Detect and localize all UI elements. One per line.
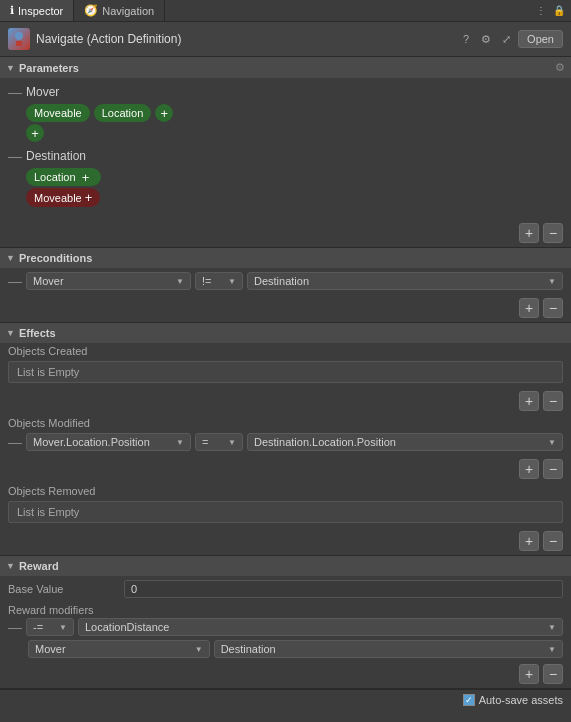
tab-bar: ℹ Inspector 🧭 Navigation ⋮ 🔒 <box>0 0 571 22</box>
preconditions-remove-button[interactable]: − <box>543 298 563 318</box>
reward-section-header[interactable]: ▼ Reward <box>0 556 571 576</box>
base-value-input[interactable] <box>124 580 563 598</box>
parameters-body: — Mover Moveable Location + + — Destinat… <box>0 78 571 219</box>
parameters-gear-icon[interactable]: ⚙ <box>555 61 565 74</box>
mover-group: — Mover Moveable Location + + <box>8 84 563 142</box>
preconditions-section: ▼ Preconditions — Mover ▼ != ▼ Destinati… <box>0 248 571 323</box>
precond-left-arrow: ▼ <box>176 277 184 286</box>
reward-mod-fn-dropdown[interactable]: LocationDistance ▼ <box>78 618 563 636</box>
destination-tags-2: Moveable + <box>26 188 563 207</box>
mover-dash: — <box>8 84 22 100</box>
tab-navigation[interactable]: 🧭 Navigation <box>74 0 165 21</box>
auto-save-wrap: ✓ Auto-save assets <box>463 694 563 706</box>
objects-removed-remove-button[interactable]: − <box>543 531 563 551</box>
objects-modified-remove-button[interactable]: − <box>543 459 563 479</box>
reward-mod-right-dropdown[interactable]: Destination ▼ <box>214 640 563 658</box>
objects-created-add-button[interactable]: + <box>519 391 539 411</box>
precond-right-dropdown[interactable]: Destination ▼ <box>247 272 563 290</box>
effects-chevron: ▼ <box>6 328 15 338</box>
effects-section-header[interactable]: ▼ Effects <box>0 323 571 343</box>
mover-extra-tags: + <box>26 124 563 142</box>
panel-title: Navigate (Action Definition) <box>36 32 452 46</box>
reward-sub-row: Mover ▼ Destination ▼ <box>0 638 571 660</box>
svg-rect-1 <box>16 41 22 46</box>
action-icon <box>8 28 30 50</box>
precond-left-dropdown[interactable]: Mover ▼ <box>26 272 191 290</box>
settings-icon[interactable]: ⚙ <box>478 31 494 47</box>
effects-title: Effects <box>19 327 565 339</box>
open-button[interactable]: Open <box>518 30 563 48</box>
parameters-section-header[interactable]: ▼ Parameters ⚙ <box>0 57 571 78</box>
mover-tags: Moveable Location + <box>26 104 563 122</box>
destination-location-plus[interactable]: + <box>79 170 93 184</box>
reward-chevron: ▼ <box>6 561 15 571</box>
reward-mod-left-arrow: ▼ <box>195 645 203 654</box>
modifier-left-dropdown[interactable]: Mover.Location.Position ▼ <box>26 433 191 451</box>
parameters-remove-button[interactable]: − <box>543 223 563 243</box>
navigation-icon: 🧭 <box>84 4 98 17</box>
modifier-op-dropdown[interactable]: = ▼ <box>195 433 243 451</box>
auto-save-checkbox[interactable]: ✓ <box>463 694 475 706</box>
preconditions-section-header[interactable]: ▼ Preconditions <box>0 248 571 268</box>
mover-group-header: — Mover <box>8 84 563 100</box>
reward-section: ▼ Reward Base Value Reward modifiers — -… <box>0 556 571 689</box>
base-value-label: Base Value <box>8 583 118 595</box>
mover-add-tag-2[interactable]: + <box>26 124 44 142</box>
objects-removed-empty: List is Empty <box>8 501 563 523</box>
objects-modified-label: Objects Modified <box>0 415 571 429</box>
reward-mod-right-arrow: ▼ <box>548 645 556 654</box>
objects-created-empty: List is Empty <box>8 361 563 383</box>
tab-bar-actions: ⋮ 🔒 <box>533 0 571 21</box>
panel-header: Navigate (Action Definition) ? ⚙ ⤢ Open <box>0 22 571 57</box>
footer: ✓ Auto-save assets <box>0 689 571 710</box>
reward-remove-button[interactable]: − <box>543 664 563 684</box>
precond-op-dropdown[interactable]: != ▼ <box>195 272 243 290</box>
reward-add-remove: + − <box>0 660 571 688</box>
reward-mod-left-dropdown[interactable]: Mover ▼ <box>28 640 210 658</box>
preconditions-add-remove: + − <box>0 294 571 322</box>
objects-created-remove-button[interactable]: − <box>543 391 563 411</box>
fullscreen-icon[interactable]: ⤢ <box>498 31 514 47</box>
base-value-row: Base Value <box>0 576 571 602</box>
mover-location-tag[interactable]: Location <box>94 104 152 122</box>
modifier-right-arrow: ▼ <box>548 438 556 447</box>
help-icon[interactable]: ? <box>458 31 474 47</box>
destination-group: — Destination Location + Moveable + <box>8 148 563 207</box>
objects-removed-add-button[interactable]: + <box>519 531 539 551</box>
precondition-row: — Mover ▼ != ▼ Destination ▼ <box>0 268 571 294</box>
objects-created-add-remove: + − <box>0 387 571 415</box>
header-actions: ? ⚙ ⤢ Open <box>458 30 563 48</box>
destination-tags: Location + <box>26 168 563 186</box>
objects-created-label: Objects Created <box>0 343 571 357</box>
svg-point-0 <box>15 32 23 40</box>
reward-add-button[interactable]: + <box>519 664 539 684</box>
mover-moveable-tag[interactable]: Moveable <box>26 104 90 122</box>
reward-mod-op-arrow: ▼ <box>59 623 67 632</box>
parameters-chevron: ▼ <box>6 63 15 73</box>
modifier-left-arrow: ▼ <box>176 438 184 447</box>
destination-moveable-tag[interactable]: Moveable + <box>26 188 100 207</box>
parameters-add-button[interactable]: + <box>519 223 539 243</box>
lock-icon[interactable]: 🔒 <box>551 3 567 19</box>
auto-save-label: Auto-save assets <box>479 694 563 706</box>
reward-mod-dash: — <box>8 619 22 635</box>
tab-inspector[interactable]: ℹ Inspector <box>0 0 74 21</box>
modifier-row: — Mover.Location.Position ▼ = ▼ Destinat… <box>0 429 571 455</box>
destination-dash: — <box>8 148 22 164</box>
precond-right-arrow: ▼ <box>548 277 556 286</box>
more-options-icon[interactable]: ⋮ <box>533 3 549 19</box>
preconditions-add-button[interactable]: + <box>519 298 539 318</box>
parameters-title: Parameters <box>19 62 551 74</box>
reward-title: Reward <box>19 560 565 572</box>
precond-op-arrow: ▼ <box>228 277 236 286</box>
reward-mod-op-dropdown[interactable]: -= ▼ <box>26 618 74 636</box>
inspector-icon: ℹ <box>10 4 14 17</box>
objects-modified-add-button[interactable]: + <box>519 459 539 479</box>
destination-moveable-plus[interactable]: + <box>85 190 93 205</box>
reward-modifier-row: — -= ▼ LocationDistance ▼ <box>0 616 571 638</box>
modifier-right-dropdown[interactable]: Destination.Location.Position ▼ <box>247 433 563 451</box>
destination-location-tag[interactable]: Location + <box>26 168 101 186</box>
parameters-add-remove: + − <box>0 219 571 247</box>
preconditions-title: Preconditions <box>19 252 565 264</box>
mover-add-tag[interactable]: + <box>155 104 173 122</box>
